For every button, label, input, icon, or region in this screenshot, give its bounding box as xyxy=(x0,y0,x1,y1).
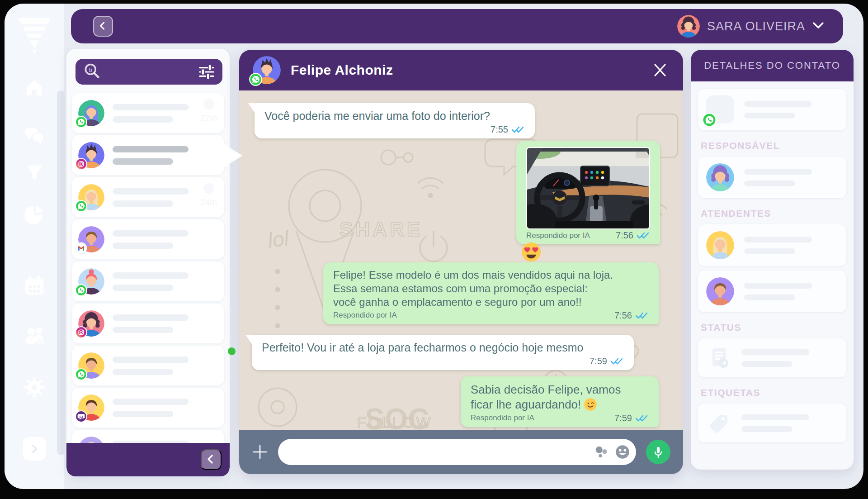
svg-text:SHARE: SHARE xyxy=(340,218,423,240)
tag-icon xyxy=(706,410,731,436)
search-bar[interactable]: b xyxy=(75,59,222,85)
whatsapp-badge-icon xyxy=(249,73,262,86)
collapse-panel-button[interactable] xyxy=(201,449,222,470)
car-interior-photo xyxy=(527,148,650,228)
sidebar-item-chats[interactable] xyxy=(22,122,47,147)
read-receipt-icon xyxy=(637,232,650,239)
contact-list-item[interactable]: 24m xyxy=(72,177,224,217)
sidebar-item-calendar[interactable] xyxy=(22,273,47,298)
details-card xyxy=(698,338,846,377)
contact-list-item[interactable] xyxy=(72,346,224,385)
attach-plus-icon[interactable] xyxy=(252,444,268,460)
message-text: Felipe! Esse modelo é um dos mais vendid… xyxy=(333,268,649,309)
contact-list-item[interactable] xyxy=(72,304,224,343)
chat-message-incoming: Perfeito! Vou ir até a loja para fecharm… xyxy=(252,335,634,370)
contacts-footer xyxy=(66,443,230,476)
placeholder-text xyxy=(744,237,812,254)
read-receipt-icon xyxy=(635,312,649,319)
chevron-left-icon xyxy=(98,20,108,33)
ai-reply-label: Respondido por IA xyxy=(471,413,534,423)
expand-rail-button[interactable] xyxy=(23,437,46,461)
chat-contact-name: Felipe Alchoniz xyxy=(291,62,393,78)
unread-badge xyxy=(203,183,214,194)
contact-list-item[interactable]: 27m xyxy=(72,93,224,133)
message-input-pill xyxy=(278,439,636,465)
placeholder-text xyxy=(744,283,812,300)
cont act-placeholder-text xyxy=(113,314,189,333)
contacts-scrollbar[interactable] xyxy=(57,90,65,455)
details-card xyxy=(698,157,846,198)
whatsapp-badge-icon xyxy=(75,368,87,380)
cont act-placeholder-text xyxy=(113,230,189,249)
contact-details-panel: DETALHES DO CONTATO RESPONSÁVELATENDENTE… xyxy=(691,50,854,470)
contact-list-item[interactable] xyxy=(72,388,224,428)
contact-list-item[interactable] xyxy=(72,261,224,301)
details-section-label: ETIQUETAS xyxy=(701,387,844,398)
chat-contact-avatar xyxy=(253,56,281,84)
sidebar-item-settings[interactable] xyxy=(22,375,47,400)
document-icon xyxy=(706,345,731,371)
cont act-placeholder-text xyxy=(113,188,189,207)
contact-info-card xyxy=(698,89,846,130)
details-section-label: STATUS xyxy=(701,322,844,333)
appchat-badge-icon xyxy=(75,410,87,423)
heart-eyes-reaction-emoji xyxy=(521,242,542,262)
whatsapp-badge-icon xyxy=(75,284,87,296)
emoji-icon[interactable] xyxy=(614,444,631,460)
contact-avatar xyxy=(78,184,104,210)
assistant-dots-icon[interactable] xyxy=(594,445,608,459)
search-icon: b xyxy=(83,62,101,82)
details-card xyxy=(698,271,846,312)
search-input[interactable] xyxy=(104,67,194,77)
back-button[interactable] xyxy=(93,16,113,37)
user-menu[interactable]: SARA OLIVEIRA xyxy=(677,9,824,43)
top-bar: SARA OLIVEIRA xyxy=(71,9,843,43)
contact-list-item[interactable] xyxy=(72,219,224,259)
read-receipt-icon xyxy=(511,126,525,133)
contact-avatar xyxy=(78,352,104,379)
svg-text:b: b xyxy=(89,66,92,73)
details-card xyxy=(698,404,846,442)
ai-reply-label: Respondido por IA xyxy=(526,231,590,240)
details-card xyxy=(698,224,846,266)
message-time: 7:59 xyxy=(590,356,624,366)
contact-meta: 27m xyxy=(200,99,217,123)
mic-button[interactable] xyxy=(646,440,670,464)
sidebar-item-team[interactable] xyxy=(21,323,47,349)
message-time: 7:59 xyxy=(614,413,649,423)
person-avatar xyxy=(706,231,734,259)
contact-list-item[interactable] xyxy=(72,135,224,175)
cont act-placeholder-text xyxy=(113,356,189,375)
close-chat-button[interactable] xyxy=(651,61,670,80)
instagram-badge-icon xyxy=(75,326,87,338)
details-section-label: RESPONSÁVEL xyxy=(701,140,844,151)
filter-icon[interactable] xyxy=(198,64,215,80)
contact-avatar xyxy=(78,268,104,295)
message-bubble: Você poderia me enviar uma foto do inter… xyxy=(255,103,535,138)
chevron-left-icon xyxy=(206,453,217,466)
sidebar-item-home[interactable] xyxy=(23,75,46,99)
chat-message-outgoing: Felipe! Esse modelo é um dos mais vendid… xyxy=(323,262,659,324)
sidebar-item-reports[interactable] xyxy=(23,203,46,226)
contact-avatar xyxy=(78,226,104,252)
sidebar-item-funnel[interactable] xyxy=(23,161,46,185)
person-avatar xyxy=(706,163,734,191)
message-bubble: Sabia decisão Felipe, vamos ficar lhe ag… xyxy=(461,376,659,427)
message-text: Sabia decisão Felipe, vamos ficar lhe ag… xyxy=(471,382,649,412)
ai-reply-label: Respondido por IA xyxy=(333,311,397,320)
cont act-placeholder-text xyxy=(113,399,189,417)
microphone-icon xyxy=(651,444,665,460)
contact-avatar xyxy=(78,310,104,337)
selected-contact-arrow xyxy=(221,142,242,169)
whatsapp-badge-icon xyxy=(75,116,87,128)
gmail-badge-icon xyxy=(75,242,87,254)
svg-text:lol: lol xyxy=(266,226,291,252)
cont act-placeholder-text xyxy=(113,104,189,123)
app-window: SARA OLIVEIRA b 27m24m Felipe Alchoniz xyxy=(5,4,863,489)
message-bubble: Perfeito! Vou ir até a loja para fecharm… xyxy=(252,335,634,370)
contact-avatar xyxy=(78,100,104,126)
placeholder-text xyxy=(741,414,809,432)
user-avatar xyxy=(677,15,700,38)
chat-header: Felipe Alchoniz xyxy=(239,50,683,90)
message-input[interactable] xyxy=(290,447,587,457)
